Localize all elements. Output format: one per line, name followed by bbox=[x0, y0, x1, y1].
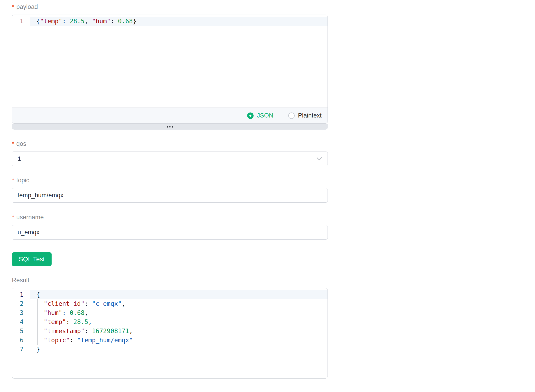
result-label-text: Result bbox=[12, 277, 29, 284]
code-line: 4 "temp": 28.5, bbox=[12, 317, 328, 327]
line-number: 6 bbox=[12, 336, 30, 345]
line-number: 4 bbox=[12, 317, 30, 327]
result-editor: 1{2 "client_id": "c_emqx",3 "hum": 0.68,… bbox=[12, 288, 328, 378]
payload-editor: 1{"temp": 28.5, "hum": 0.68} JSON Plaint… bbox=[12, 15, 328, 124]
payload-label: * payload bbox=[12, 3, 328, 10]
payload-format-bar: JSON Plaintext bbox=[12, 107, 328, 123]
qos-select[interactable]: 1 bbox=[12, 151, 328, 166]
payload-code-area[interactable]: 1{"temp": 28.5, "hum": 0.68} bbox=[12, 15, 328, 107]
line-number: 5 bbox=[12, 327, 30, 336]
result-label: Result bbox=[12, 276, 328, 284]
code-line: 2 "client_id": "c_emqx", bbox=[12, 299, 328, 308]
code-line: 1{"temp": 28.5, "hum": 0.68} bbox=[12, 17, 328, 26]
drag-dots-icon bbox=[172, 126, 173, 128]
sql-test-button[interactable]: SQL Test bbox=[12, 252, 52, 266]
required-asterisk: * bbox=[12, 214, 14, 221]
username-label: * username bbox=[12, 214, 328, 221]
format-radio-json[interactable]: JSON bbox=[247, 112, 273, 119]
code-line: 5 "timestamp": 1672908171, bbox=[12, 327, 328, 336]
format-radio-plaintext[interactable]: Plaintext bbox=[288, 112, 322, 119]
line-number: 3 bbox=[12, 308, 30, 317]
radio-unselected-icon bbox=[288, 112, 295, 119]
qos-selected-value: 1 bbox=[18, 155, 21, 163]
line-number: 1 bbox=[12, 17, 30, 26]
topic-label: * topic bbox=[12, 177, 328, 184]
code-line: 6 "topic": "temp_hum/emqx" bbox=[12, 336, 328, 345]
payload-label-text: payload bbox=[16, 3, 38, 10]
drag-dots-icon bbox=[167, 126, 168, 128]
line-number: 7 bbox=[12, 345, 30, 354]
line-number: 1 bbox=[12, 290, 30, 299]
qos-label-text: qos bbox=[16, 140, 27, 147]
editor-resize-handle[interactable] bbox=[12, 124, 328, 130]
code-line: 3 "hum": 0.68, bbox=[12, 308, 328, 317]
code-line: 7} bbox=[12, 345, 328, 354]
code-line: 1{ bbox=[12, 290, 328, 299]
result-code-area: 1{2 "client_id": "c_emqx",3 "hum": 0.68,… bbox=[12, 288, 328, 378]
required-asterisk: * bbox=[12, 140, 14, 147]
username-input[interactable] bbox=[12, 225, 328, 240]
radio-selected-icon bbox=[247, 112, 253, 119]
format-json-label: JSON bbox=[257, 112, 273, 119]
qos-label: * qos bbox=[12, 140, 328, 147]
indent-guide bbox=[37, 299, 38, 345]
username-label-text: username bbox=[16, 214, 44, 221]
required-asterisk: * bbox=[12, 3, 14, 10]
topic-label-text: topic bbox=[16, 177, 29, 184]
topic-input[interactable] bbox=[12, 188, 328, 203]
line-number: 2 bbox=[12, 299, 30, 308]
required-asterisk: * bbox=[12, 177, 14, 184]
chevron-down-icon bbox=[317, 157, 322, 161]
format-plaintext-label: Plaintext bbox=[298, 112, 322, 119]
drag-dots-icon bbox=[169, 126, 170, 128]
sql-test-form: * payload 1{"temp": 28.5, "hum": 0.68} J… bbox=[12, 3, 328, 378]
